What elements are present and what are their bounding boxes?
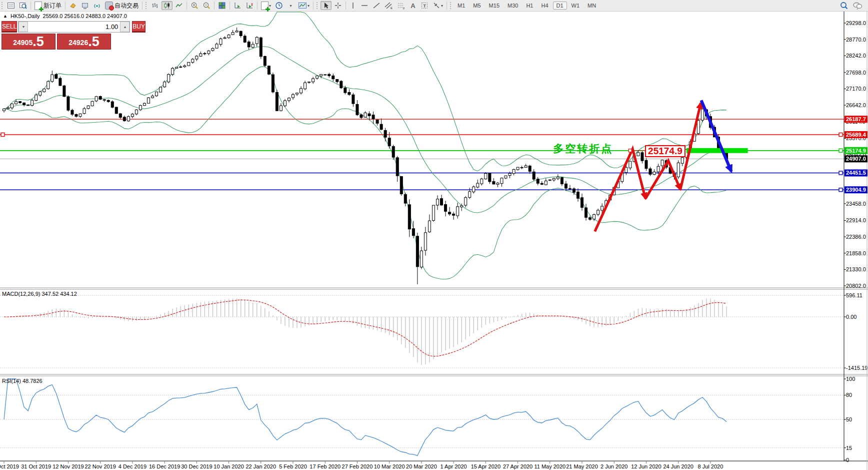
price-axis-tick: 28242.0 (846, 53, 866, 59)
buy-price-pips: .5 (88, 35, 100, 49)
zoom-out-button[interactable] (201, 1, 212, 10)
crosshair-tool-button[interactable] (332, 1, 344, 10)
timeframe-mn-button[interactable]: MN (584, 2, 600, 10)
date-axis-label: 4 Dec 2019 (118, 463, 146, 469)
horizontal-line-tool-button[interactable] (359, 1, 370, 10)
auto-scroll-button[interactable] (232, 1, 243, 10)
date-axis-label: 21 Oct 2019 (0, 463, 19, 469)
date-axis-label: 11 May 2020 (534, 463, 566, 469)
price-level-label[interactable]: 25174.9 (645, 145, 686, 157)
periods-dropdown-button[interactable]: ▾ (286, 1, 296, 10)
toolbar-separator (186, 2, 187, 10)
expert-advisors-button[interactable] (80, 1, 90, 10)
red-trend-arrow[interactable] (646, 161, 680, 199)
pivot-highlight-band[interactable] (686, 148, 748, 153)
search-button[interactable] (838, 1, 850, 10)
main-toolbar: 新订单 自动交易 ▾ ▾ (0, 0, 868, 12)
toolbar-separator (30, 2, 31, 10)
templates-button[interactable]: ▾ (296, 1, 311, 10)
trendline-icon (372, 2, 380, 10)
price-axis-tick: 21330.0 (846, 266, 866, 272)
line-handle[interactable] (839, 149, 842, 152)
date-axis-label: 30 Dec 2019 (181, 463, 212, 469)
date-axis-label: 12 Nov 2019 (52, 463, 84, 469)
chat-button[interactable] (851, 1, 864, 10)
indicators-button[interactable]: ▾ (260, 1, 272, 10)
trendline-tool-button[interactable] (371, 1, 382, 10)
timeframe-m15-button[interactable]: M15 (486, 2, 503, 10)
line-handle[interactable] (839, 171, 842, 175)
buy-price-main: 24926 (68, 37, 88, 49)
macd-pane-layer: 596.110.00-1415.19 (0, 292, 868, 371)
price-tag-value: 24907.0 (846, 156, 866, 162)
periods-button[interactable] (274, 1, 284, 10)
line-handle[interactable] (839, 188, 842, 192)
line-chart-icon (175, 2, 183, 10)
date-axis-label: 21 May 2020 (566, 463, 598, 469)
chart-title: ▲ HK50-,Daily 25569.0 25616.0 24883.0 24… (3, 13, 127, 19)
timeframe-m5-button[interactable]: M5 (470, 2, 484, 10)
clear-charts-button[interactable] (68, 1, 78, 10)
timeframe-d1-button[interactable]: D1 (553, 2, 567, 10)
timeframe-h4-button[interactable]: H4 (538, 2, 552, 10)
clock-icon (275, 2, 283, 10)
collapse-arrow-icon[interactable]: ▲ (3, 14, 8, 19)
tile-windows-button[interactable] (216, 1, 228, 10)
volume-decrease-button[interactable]: ▼ (18, 22, 28, 32)
svg-text:T: T (424, 4, 426, 9)
horizontal-lines-layer (0, 119, 844, 190)
turning-point-annotation[interactable]: 多空转折点 (553, 142, 613, 156)
buy-button[interactable]: BUY (132, 21, 146, 33)
blue-trend-arrow[interactable] (701, 100, 731, 171)
price-axis-tick: 22386.0 (846, 234, 866, 240)
new-order-button[interactable]: 新订单 (33, 1, 63, 10)
fibonacci-tool-button[interactable]: F (396, 1, 407, 10)
text-label-tool-button[interactable]: T (419, 1, 430, 10)
green-band-layer[interactable] (686, 148, 748, 153)
date-axis-label: 27 Apr 2020 (503, 463, 532, 469)
price-axis-tick: 29298.0 (846, 20, 866, 26)
bar-chart-icon (151, 2, 159, 10)
one-click-trade-panel: SELL ▼ ▲ BUY 24905 .5 24926 .5 (2, 21, 111, 50)
line-handles-layer[interactable] (1, 133, 842, 191)
date-axis-label: 2 Jun 2020 (600, 463, 628, 469)
cursor-tool-button[interactable] (320, 1, 332, 10)
timeframe-m1-button[interactable]: M1 (454, 2, 468, 10)
zoom-in-button[interactable] (189, 1, 200, 10)
price-axis-tick: 23458.0 (846, 201, 866, 207)
signals-button[interactable] (92, 1, 102, 10)
line-chart-button[interactable] (174, 1, 184, 10)
arrows-icon (432, 2, 440, 10)
toolbar-grip (146, 2, 148, 9)
price-label-anchor-handle[interactable] (628, 149, 632, 152)
line-handle[interactable] (1, 133, 4, 136)
chart-shift-button[interactable] (244, 1, 255, 10)
autotrading-button[interactable]: 自动交易 (104, 1, 140, 10)
toolbar-separator (446, 2, 447, 10)
line-handle[interactable] (839, 133, 842, 136)
buy-price-display[interactable]: 24926 .5 (57, 34, 111, 50)
macd-indicator-label: MACD(12,26,9) 347.52 434.12 (2, 291, 77, 297)
date-axis-label: 27 Feb 2020 (342, 463, 373, 469)
text-tool-button[interactable]: A (408, 1, 418, 10)
chart-canvas[interactable]: 596.110.00-1415.19 1008050150 29298.0287… (0, 0, 868, 470)
sell-price-display[interactable]: 24905 .5 (2, 34, 56, 50)
timeframe-m30-button[interactable]: M30 (504, 2, 522, 10)
window-list-button[interactable] (6, 1, 16, 10)
market-watch-button[interactable] (18, 1, 28, 10)
toolbar-grip (450, 2, 452, 9)
volume-increase-button[interactable]: ▲ (120, 22, 130, 32)
vertical-line-tool-button[interactable] (348, 1, 358, 10)
arrows-tool-button[interactable]: ▾ (431, 1, 444, 10)
toolbar-separator (214, 2, 214, 10)
timeframe-w1-button[interactable]: W1 (568, 2, 584, 10)
candlestick-chart-button[interactable] (162, 1, 172, 10)
date-axis-label: 1 Apr 2020 (440, 463, 467, 469)
bar-chart-button[interactable] (150, 1, 160, 10)
price-axis-tick: 26642.0 (846, 102, 866, 108)
auto-scroll-icon (234, 2, 242, 10)
sell-button[interactable]: SELL (2, 21, 17, 33)
equidistant-channel-tool-button[interactable]: E (383, 1, 394, 10)
volume-input[interactable] (28, 22, 120, 32)
timeframe-h1-button[interactable]: H1 (522, 2, 536, 10)
